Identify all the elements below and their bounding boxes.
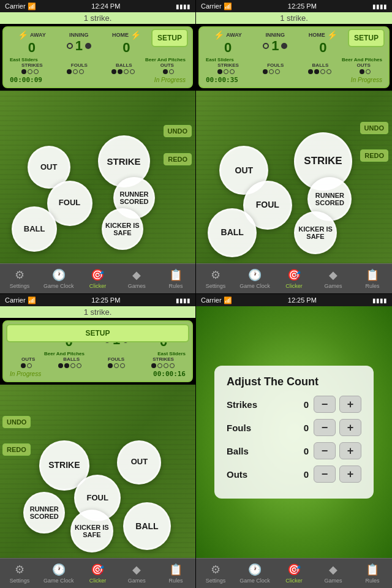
battery-icon-q1: ▮▮▮▮ — [176, 3, 190, 10]
outs-value: 0 — [299, 469, 314, 480]
bolt-home-q2: ⚡ — [327, 30, 337, 40]
timer-row-q1: 00:00:09 In Progress — [7, 75, 188, 85]
out-button-q3[interactable]: OUT — [117, 440, 161, 484]
ball-button-q1[interactable]: BALL — [12, 206, 57, 252]
battery-icon-q4: ▮▮▮▮ — [372, 297, 387, 304]
status-bar-q1: Carrier 📶 12:24 PM ▮▮▮▮ — [0, 0, 195, 12]
tab-bar-q2: ⚙ Settings 🕐 Game Clock 🎯 Clicker ◆ Game… — [196, 263, 392, 293]
scoreboard-q2: SETUP ⚡ AWAY 0 INNING 1 HOME — [198, 26, 390, 88]
undo-button-q3[interactable]: UNDO — [2, 416, 31, 428]
tab-games-q3[interactable]: ◆ Games — [117, 563, 156, 584]
battery-icon-q3: ▮▮▮▮ — [176, 297, 190, 304]
carrier-q3: Carrier — [5, 296, 26, 304]
wifi-icon-q3: 📶 — [28, 296, 36, 304]
fouls-plus-button[interactable]: + — [339, 419, 361, 436]
redo-button-q1[interactable]: REDO — [164, 153, 192, 165]
tab-rules-q4[interactable]: 📋 Rules — [353, 563, 392, 584]
tab-gameclock-q1[interactable]: 🕐 Game Clock — [39, 268, 78, 289]
tab-clicker-q1[interactable]: 🎯 Clicker — [78, 268, 118, 289]
setup-button-q3[interactable]: SETUP — [6, 324, 189, 342]
adjust-count-box: Adjust The Count Strikes 0 − + Fouls 0 −… — [214, 366, 374, 499]
adjust-fouls-row: Fouls 0 − + — [227, 419, 361, 436]
kicker-safe-button-q2[interactable]: KICKER IS SAFE — [294, 211, 337, 254]
tab-rules-q2[interactable]: 📋 Rules — [353, 268, 392, 289]
grass-area-q3: UNDO REDO STRIKE OUT FOUL RUNNER SCORED … — [0, 385, 195, 558]
tab-rules-q1[interactable]: 📋 Rules — [156, 268, 195, 289]
adjust-outs-row: Outs 0 − + — [227, 466, 361, 483]
settings-icon-q4: ⚙ — [211, 563, 221, 576]
tab-rules-q3[interactable]: 📋 Rules — [156, 563, 195, 584]
ball-button-q3[interactable]: BALL — [123, 502, 171, 550]
kicker-safe-button-q1[interactable]: KICKER IS SAFE — [102, 208, 143, 250]
fouls-value: 0 — [299, 423, 314, 433]
fouls-label: Fouls — [227, 423, 299, 433]
tab-clicker-q3[interactable]: 🎯 Clicker — [78, 563, 118, 584]
tab-clicker-q4[interactable]: 🎯 Clicker — [274, 563, 314, 584]
tab-gameclock-q3[interactable]: 🕐 Game Clock — [39, 563, 78, 584]
balls-minus-button[interactable]: − — [314, 442, 336, 459]
tab-bar-q3: ⚙ Settings 🕐 Game Clock 🎯 Clicker ◆ Game… — [0, 558, 195, 588]
strikes-label: Strikes — [227, 399, 299, 410]
balls-value: 0 — [299, 446, 314, 456]
strikes-minus-button[interactable]: − — [314, 396, 336, 413]
dots-row-q2 — [203, 69, 385, 74]
scoreboard-q3: SETUP ⚡ HOME 0 INNING 1 AWAY — [2, 320, 193, 382]
time-q3: 12:25 PM — [91, 296, 120, 304]
tab-settings-q4[interactable]: ⚙ Settings — [196, 563, 235, 584]
strikes-plus-button[interactable]: + — [339, 396, 361, 413]
quadrant-1: Carrier 📶 12:24 PM ▮▮▮▮ 1 strike. SETUP … — [0, 0, 196, 294]
wifi-icon-q1: 📶 — [28, 2, 36, 10]
fouls-minus-button[interactable]: − — [314, 419, 336, 436]
clicker-icon-q3: 🎯 — [91, 563, 104, 576]
balls-plus-button[interactable]: + — [339, 442, 361, 459]
setup-button-q1[interactable]: SETUP — [151, 29, 188, 47]
tab-settings-q2[interactable]: ⚙ Settings — [196, 268, 235, 289]
redo-button-q3[interactable]: REDO — [2, 443, 31, 456]
inning-dot-top-q1 — [67, 43, 73, 49]
time-q4: 12:25 PM — [288, 296, 317, 304]
away-score-q2: ⚡ AWAY 0 — [214, 30, 242, 56]
clock-icon-q2: 🕐 — [248, 268, 262, 282]
clicker-icon-q4: 🎯 — [287, 563, 301, 576]
strike-bar-q1: 1 strike. — [0, 12, 195, 24]
tab-gameclock-q4[interactable]: 🕐 Game Clock — [235, 563, 274, 584]
undo-button-q1[interactable]: UNDO — [164, 125, 192, 137]
inning-dot-top-q2 — [263, 43, 269, 49]
outs-plus-button[interactable]: + — [339, 466, 361, 483]
setup-button-q2[interactable]: SETUP — [348, 29, 385, 47]
adjust-title: Adjust The Count — [227, 375, 361, 388]
dots-row-q3 — [7, 363, 188, 368]
clock-icon-q1: 🕐 — [52, 268, 66, 282]
bolt-away-q1: ⚡ — [18, 30, 28, 40]
inning-q2: INNING 1 — [263, 32, 287, 54]
tab-games-q4[interactable]: ◆ Games — [314, 563, 353, 584]
tab-games-q2[interactable]: ◆ Games — [314, 268, 353, 289]
tab-games-q1[interactable]: ◆ Games — [117, 268, 156, 289]
tab-gameclock-q2[interactable]: 🕐 Game Clock — [235, 268, 274, 289]
redo-button-q2[interactable]: REDO — [360, 149, 388, 162]
kicker-safe-button-q3[interactable]: KICKER IS SAFE — [70, 510, 113, 552]
games-icon-q1: ◆ — [132, 268, 141, 282]
status-bar-q3: Carrier 📶 12:25 PM ▮▮▮▮ — [0, 294, 195, 306]
home-score-q2: HOME ⚡ 0 — [309, 30, 337, 56]
away-score-q1: ⚡ AWAY 0 — [18, 30, 46, 56]
carrier-q2: Carrier — [201, 2, 222, 10]
team-names-q1: East Sliders Beer And Pitches — [7, 57, 188, 62]
ball-button-q2[interactable]: BALL — [208, 208, 257, 257]
strike-bar-q2: 1 strike. — [196, 12, 392, 24]
clock-icon-q3: 🕐 — [52, 563, 66, 576]
outs-minus-button[interactable]: − — [314, 466, 336, 483]
tab-clicker-q2[interactable]: 🎯 Clicker — [274, 268, 314, 289]
clock-icon-q4: 🕐 — [248, 563, 262, 576]
clicker-icon-q2: 🎯 — [287, 268, 301, 282]
dots-row-q1 — [7, 69, 188, 74]
rules-icon-q2: 📋 — [366, 268, 379, 282]
tab-settings-q1[interactable]: ⚙ Settings — [0, 268, 39, 289]
settings-icon-q3: ⚙ — [15, 563, 24, 576]
tab-settings-q3[interactable]: ⚙ Settings — [0, 563, 39, 584]
tab-bar-q4: ⚙ Settings 🕐 Game Clock 🎯 Clicker ◆ Game… — [196, 558, 392, 588]
stats-labels-q2: STRIKES FOULS BALLS OUTS — [203, 62, 385, 68]
undo-button-q2[interactable]: UNDO — [360, 122, 388, 134]
balls-label: Balls — [227, 446, 299, 456]
time-q2: 12:25 PM — [288, 2, 317, 10]
